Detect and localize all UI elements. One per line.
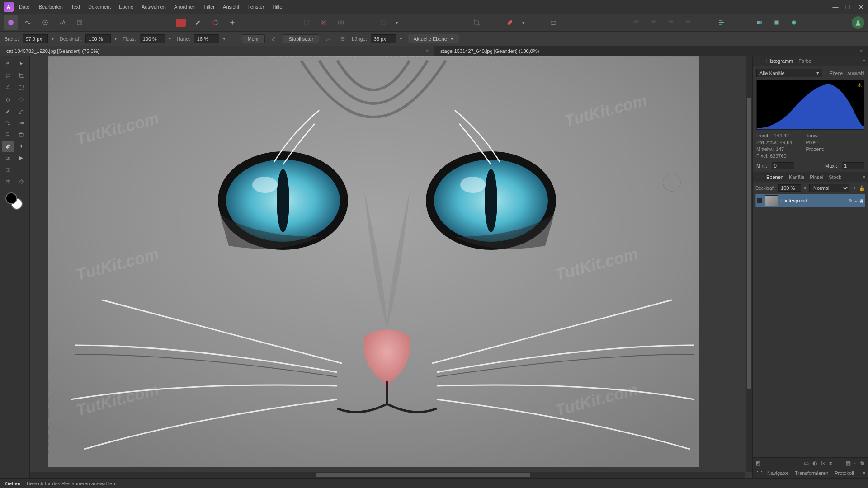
layer-visible-icon[interactable]: ◉ [859, 198, 864, 204]
width-dropdown-icon[interactable]: ▾ [50, 34, 56, 43]
quicklook-icon[interactable] [376, 15, 391, 30]
chevron-down-icon[interactable]: ▾ [520, 15, 527, 30]
layer-opacity-input[interactable] [778, 184, 801, 192]
flip-v-icon[interactable] [769, 15, 784, 30]
layer-edit-icon[interactable]: ✎ [849, 198, 853, 204]
brush-settings-icon[interactable] [269, 33, 279, 44]
tab-close-icon[interactable]: × [859, 47, 863, 54]
menu-dokument[interactable]: Dokument [88, 4, 111, 9]
brush-edit-icon[interactable] [191, 15, 205, 30]
assistant-icon[interactable] [546, 15, 561, 30]
gradient-tool-icon[interactable] [15, 117, 28, 128]
tab-transform[interactable]: Transformieren [795, 470, 828, 476]
opacity-input[interactable] [85, 34, 111, 43]
chevron-down-icon[interactable]: ▾ [804, 185, 807, 191]
healing-tool-icon[interactable] [503, 15, 517, 30]
document-tab-1[interactable]: cat-1045782_1920.jpg [Geändert] (75,0%) … [0, 46, 434, 56]
crop-tool-icon[interactable] [469, 15, 484, 30]
text-tool-icon[interactable]: T [2, 164, 14, 175]
channels-dropdown[interactable]: Alle Kanäle▾ [756, 69, 822, 77]
menu-datei[interactable]: Datei [19, 4, 31, 9]
menu-hilfe[interactable]: Hilfe [272, 4, 282, 9]
width-input[interactable] [23, 34, 48, 43]
hardness-input[interactable] [194, 34, 219, 43]
liquify-persona-icon[interactable] [21, 15, 35, 30]
adjustment-icon[interactable]: ◐ [812, 460, 817, 466]
delete-layer-icon[interactable]: 🗑 [860, 460, 865, 466]
layer-lock-icon[interactable]: 🔒 [859, 185, 865, 191]
dodge-tool-icon[interactable] [15, 176, 28, 187]
flow-dropdown-icon[interactable]: ▾ [167, 34, 173, 43]
add-mask-icon[interactable]: ▭ [804, 460, 809, 466]
flow-input[interactable] [140, 34, 165, 43]
layer-row[interactable]: Hintergrund ✎ ⬩ ◉ [755, 194, 865, 207]
hand-tool-icon[interactable] [2, 59, 14, 70]
layer-fx-icon[interactable]: ✦ [852, 185, 856, 191]
chevron-down-icon[interactable]: ▾ [393, 15, 401, 30]
tab-color[interactable]: Farbe [798, 58, 811, 64]
stabilizer-mode2-icon[interactable] [337, 33, 348, 44]
user-avatar-icon[interactable] [852, 16, 864, 29]
length-dropdown-icon[interactable]: ▾ [398, 34, 404, 43]
panel-grip-icon[interactable]: ⋮⋮ [755, 174, 759, 180]
panel-menu-icon[interactable]: ≡ [863, 58, 865, 64]
blend-mode-dropdown[interactable]: Normal [809, 184, 849, 192]
tab-kanaele[interactable]: Kanäle [789, 174, 804, 180]
fx-icon[interactable]: fx [821, 460, 825, 466]
live-filter-icon[interactable]: ⧗ [829, 460, 832, 466]
menu-ansicht[interactable]: Ansicht [223, 4, 239, 9]
close-icon[interactable]: ✕ [857, 3, 864, 10]
auto-tool-icon[interactable] [225, 15, 240, 30]
fill-tool-icon[interactable] [2, 117, 14, 128]
histo-mode-layer[interactable]: Ebene [830, 71, 843, 76]
tab-protocol[interactable]: Protokoll [835, 470, 854, 476]
vertical-scrollbar[interactable] [746, 56, 752, 472]
minimize-icon[interactable]: — [832, 3, 839, 10]
lasso-tool-icon[interactable] [2, 70, 14, 81]
export-persona-icon[interactable] [72, 15, 87, 30]
canvas-area[interactable]: TutKit.com TutKit.com TutKit.com TutKit.… [30, 56, 752, 478]
min-input[interactable] [772, 162, 794, 169]
target-layer-dropdown[interactable]: Aktuelle Ebene▾ [408, 34, 459, 43]
photo-persona-icon[interactable] [4, 15, 18, 30]
rotate-icon[interactable] [787, 15, 801, 30]
stabilizer-mode1-icon[interactable] [323, 33, 334, 44]
flood-tool-icon[interactable] [2, 94, 14, 105]
menu-anordnen[interactable]: Anordnen [174, 4, 196, 9]
sponge-tool-icon[interactable] [15, 129, 28, 140]
zoom-tool-icon[interactable] [2, 129, 14, 140]
tab-histogram[interactable]: Histogramm [766, 58, 793, 64]
stabilizer-button[interactable]: Stabilisator [283, 34, 319, 43]
tab-stock[interactable]: Stock [829, 174, 841, 180]
color-swatch-red[interactable] [174, 15, 188, 30]
pen-tool-icon[interactable] [2, 82, 14, 93]
group-layers-icon[interactable]: ▦ [846, 460, 851, 466]
arrange-icon[interactable] [714, 15, 729, 30]
histo-mode-selection[interactable]: Auswahl [847, 71, 864, 76]
length-input[interactable] [371, 34, 396, 43]
more-button[interactable]: Mehr [242, 34, 265, 43]
layer-name[interactable]: Hintergrund [781, 198, 846, 203]
menu-bearbeiten[interactable]: Bearbeiten [39, 4, 63, 9]
menu-auswaehlen[interactable]: Auswählen [142, 4, 166, 9]
document-canvas[interactable]: TutKit.com TutKit.com TutKit.com TutKit.… [48, 56, 699, 467]
layer-visibility-checkbox[interactable] [757, 198, 762, 203]
eraser-tool-icon[interactable] [15, 106, 28, 117]
color-wheel-icon[interactable] [208, 15, 222, 30]
crop-tool-icon[interactable] [15, 70, 28, 81]
selection-invert-icon[interactable] [334, 15, 348, 30]
maximize-icon[interactable]: ❐ [844, 3, 852, 10]
horizontal-scrollbar[interactable] [30, 472, 745, 478]
tab-close-icon[interactable]: × [425, 47, 429, 54]
panel-menu-icon[interactable]: ≡ [863, 470, 865, 476]
shape-tool-icon[interactable] [15, 153, 28, 164]
menu-ebene[interactable]: Ebene [119, 4, 133, 9]
tab-pinsel[interactable]: Pinsel [810, 174, 823, 180]
panel-menu-icon[interactable]: ≡ [863, 174, 865, 180]
selection-brush-icon[interactable] [15, 94, 28, 105]
clone-tool-icon[interactable] [2, 153, 14, 164]
smudge-tool-icon[interactable] [15, 141, 28, 152]
brush-tool-icon[interactable] [2, 106, 14, 117]
document-tab-2[interactable]: stage-1531427_640.jpg [Geändert] (100,0%… [434, 46, 868, 56]
tab-navigator[interactable]: Navigator [767, 470, 788, 476]
